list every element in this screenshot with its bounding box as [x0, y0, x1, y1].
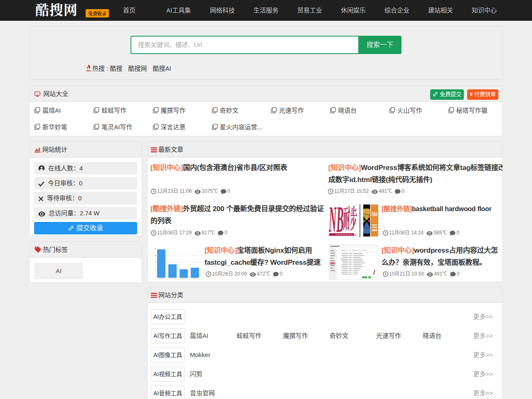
svg-text:NB: NB — [329, 204, 343, 237]
svg-text:耐步: 耐步 — [343, 204, 357, 234]
svg-text:®: ® — [355, 233, 357, 237]
svg-text:FIBA: FIBA — [372, 212, 378, 217]
